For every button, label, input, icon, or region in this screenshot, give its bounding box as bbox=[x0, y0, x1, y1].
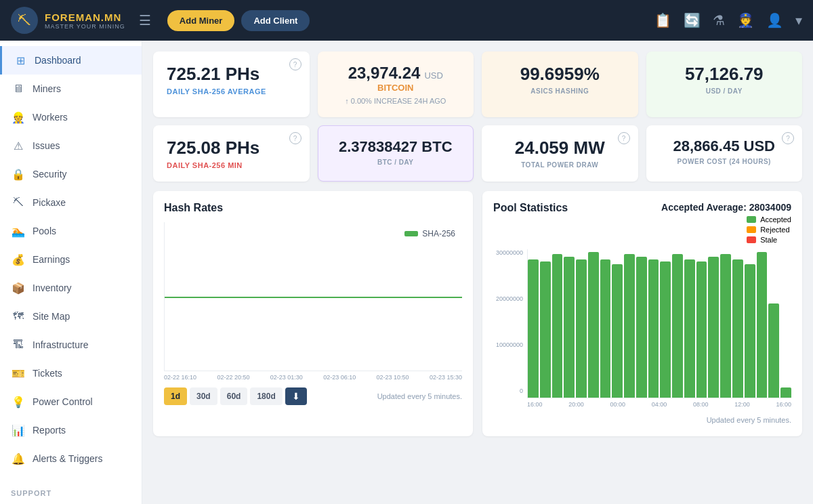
sidebar-item-dashboard[interactable]: ⊞ Dashboard bbox=[0, 46, 142, 75]
monitor-icon[interactable]: 📋 bbox=[654, 12, 671, 28]
pool-legend: Accepted Rejected Stale bbox=[747, 215, 791, 244]
pool-chart-footer: Updated every 5 minutes. bbox=[493, 413, 791, 425]
sidebar-label-reports: Reports bbox=[33, 425, 66, 436]
main-content: ? 725.21 PHs DAILY SHA-256 AVERAGE 23,97… bbox=[142, 41, 813, 504]
pool-bar-12 bbox=[672, 254, 683, 398]
sidebar-item-earnings[interactable]: 💰 Earnings bbox=[0, 245, 142, 274]
hashrate-xaxis: 02-22 16:10 02-22 20:50 02-23 01:30 02-2… bbox=[164, 374, 462, 381]
refresh-icon[interactable]: 🔄 bbox=[684, 12, 701, 28]
sidebar-item-infrastructure[interactable]: 🏗 Infrastructure bbox=[0, 331, 142, 359]
infrastructure-icon: 🏗 bbox=[11, 337, 26, 352]
download-button[interactable]: ⬇ bbox=[285, 387, 307, 405]
sidebar-label-infrastructure: Infrastructure bbox=[33, 339, 88, 350]
time-btn-60d[interactable]: 60d bbox=[220, 387, 248, 405]
sidebar-item-sitemap[interactable]: 🗺 Site Map bbox=[0, 302, 142, 331]
sidebar-item-inventory[interactable]: 📦 Inventory bbox=[0, 274, 142, 302]
tickets-icon: 🎫 bbox=[11, 366, 26, 381]
stat-value-power-cost: 28,866.45 USD bbox=[660, 138, 789, 155]
sidebar-item-security[interactable]: 🔒 Security bbox=[0, 160, 142, 188]
sidebar-label-issues: Issues bbox=[33, 140, 60, 151]
sidebar-item-issues[interactable]: ⚠ Issues bbox=[0, 131, 142, 160]
pool-chart-card: Pool Statistics Accepted Average: 280340… bbox=[482, 191, 802, 436]
sidebar-item-tickets[interactable]: 🎫 Tickets bbox=[0, 359, 142, 387]
help-icon-power-draw[interactable]: ? bbox=[618, 132, 630, 144]
sidebar-item-miners[interactable]: 🖥 Miners bbox=[0, 75, 142, 103]
stat-label-asics: ASICs Hashing bbox=[495, 87, 625, 95]
logo-icon: ⛏ bbox=[18, 13, 31, 28]
legend-item-accepted: Accepted bbox=[747, 215, 791, 224]
user-icon[interactable]: 👤 bbox=[766, 12, 783, 28]
time-btn-30d[interactable]: 30d bbox=[190, 387, 217, 405]
pool-bar-19 bbox=[757, 252, 768, 398]
hamburger-icon[interactable]: ☰ bbox=[139, 12, 151, 28]
x-label-2: 02-23 01:30 bbox=[270, 374, 303, 381]
pool-bar-6 bbox=[600, 259, 611, 398]
logo-circle: ⛏ bbox=[11, 7, 38, 34]
stat-card-bitcoin: 23,974.24 USD BITCOIN ↑ 0.00% INCREASE 2… bbox=[318, 51, 474, 117]
filter-icon[interactable]: ⚗ bbox=[713, 12, 725, 28]
sidebar-nav: ⊞ Dashboard 🖥 Miners 👷 Workers ⚠ Issues … bbox=[0, 41, 142, 482]
legend-label-accepted: Accepted bbox=[760, 215, 791, 224]
add-client-button[interactable]: Add Client bbox=[241, 10, 310, 31]
sidebar-label-alerts: Alerts & Triggers bbox=[33, 453, 102, 464]
pool-bar-10 bbox=[648, 259, 659, 398]
help-icon-power-cost[interactable]: ? bbox=[782, 132, 794, 144]
sidebar-item-reports[interactable]: 📊 Reports bbox=[0, 416, 142, 444]
chevron-down-icon[interactable]: ▾ bbox=[795, 12, 802, 28]
pool-x-1: 20:00 bbox=[568, 401, 584, 408]
header: ⛏ FOREMAN.MN MASTER YOUR MINING ☰ Add Mi… bbox=[0, 0, 813, 41]
y-label-20m: 20000000 bbox=[493, 295, 523, 302]
pool-bar-4 bbox=[576, 259, 587, 398]
hashrate-legend-label: SHA-256 bbox=[422, 229, 455, 238]
time-btn-1d[interactable]: 1d bbox=[164, 387, 187, 405]
time-btn-180d[interactable]: 180d bbox=[250, 387, 282, 405]
issues-icon: ⚠ bbox=[11, 138, 26, 153]
add-miner-button[interactable]: Add Miner bbox=[167, 10, 235, 31]
sitemap-icon: 🗺 bbox=[11, 309, 26, 324]
pools-icon: 🏊 bbox=[11, 224, 26, 238]
sidebar-label-security: Security bbox=[33, 169, 67, 180]
sidebar-item-power-control[interactable]: 💡 Power Control bbox=[0, 387, 142, 416]
sidebar-item-pickaxe[interactable]: ⛏ Pickaxe bbox=[0, 188, 142, 217]
sidebar-item-alerts[interactable]: 🔔 Alerts & Triggers bbox=[0, 444, 142, 473]
pool-bar-21 bbox=[780, 387, 791, 398]
y-label-10m: 10000000 bbox=[493, 341, 523, 348]
stat-value-daily-avg: 725.21 PHs bbox=[167, 64, 296, 85]
bitcoin-sublabel: ↑ 0.00% INCREASE 24H AGO bbox=[331, 97, 461, 105]
sidebar-label-earnings: Earnings bbox=[33, 254, 70, 265]
stat-label-daily-avg: DAILY SHA-256 AVERAGE bbox=[167, 87, 296, 96]
pool-x-2: 00:00 bbox=[610, 401, 625, 408]
sidebar-label-power-control: Power Control bbox=[33, 396, 93, 407]
pool-x-3: 04:00 bbox=[652, 401, 667, 408]
help-icon-daily-min[interactable]: ? bbox=[289, 132, 301, 144]
person-icon[interactable]: 👮 bbox=[737, 12, 754, 28]
pool-bar-8 bbox=[624, 254, 635, 398]
hashrate-chart-card: Hash Rates SHA-256 02-22 16:10 02-22 20:… bbox=[153, 191, 473, 436]
pool-xaxis: 16:00 20:00 00:00 04:00 08:00 12:00 16:0… bbox=[527, 401, 791, 408]
x-label-0: 02-22 16:10 bbox=[164, 374, 196, 381]
pool-yaxis: 30000000 20000000 10000000 0 bbox=[493, 249, 526, 394]
pool-bar-3 bbox=[564, 257, 575, 398]
x-label-5: 02-23 15:30 bbox=[430, 374, 462, 381]
power-icon: 💡 bbox=[11, 394, 26, 409]
pool-bar-16 bbox=[720, 254, 731, 398]
pool-bar-14 bbox=[696, 261, 707, 398]
bitcoin-currency: USD bbox=[424, 70, 442, 81]
y-label-0: 0 bbox=[493, 387, 523, 394]
legend-item-rejected: Rejected bbox=[747, 226, 791, 234]
hashrate-legend-color bbox=[404, 231, 418, 236]
earnings-icon: 💰 bbox=[11, 252, 26, 267]
sidebar-label-workers: Workers bbox=[33, 112, 68, 123]
y-label-30m: 30000000 bbox=[493, 249, 523, 256]
hashrate-line bbox=[165, 297, 462, 298]
pool-bar-11 bbox=[660, 261, 671, 398]
pool-updated-text: Updated every 5 minutes. bbox=[707, 416, 791, 424]
sidebar-label-pools: Pools bbox=[33, 226, 56, 236]
pool-chart-title: Pool Statistics bbox=[493, 202, 568, 214]
pool-x-4: 08:00 bbox=[693, 401, 709, 408]
help-icon-daily-avg[interactable]: ? bbox=[289, 58, 301, 70]
pool-chart-wrapper: 30000000 20000000 10000000 0 16:00 20:00… bbox=[493, 249, 791, 408]
sidebar-item-pools[interactable]: 🏊 Pools bbox=[0, 217, 142, 245]
x-label-4: 02-23 10:50 bbox=[377, 374, 409, 381]
sidebar-item-workers[interactable]: 👷 Workers bbox=[0, 103, 142, 131]
